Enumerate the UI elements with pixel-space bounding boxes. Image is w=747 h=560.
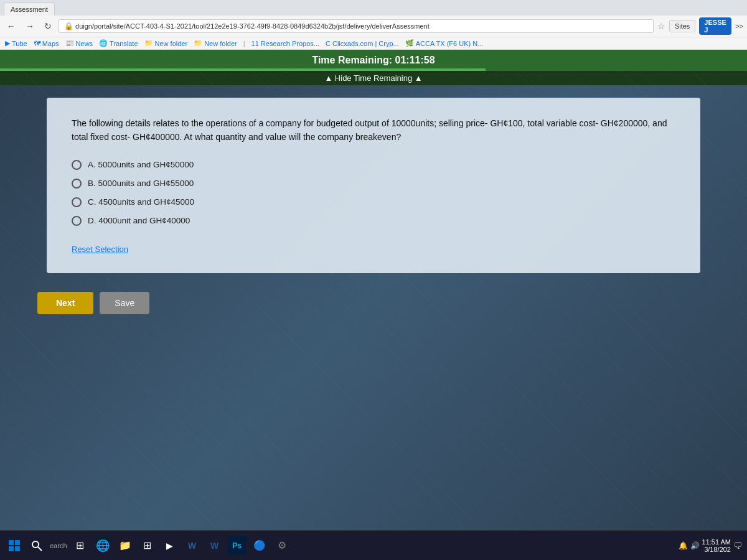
more-button[interactable]: >> — [735, 22, 743, 30]
option-a-label: A. 5000units and GH¢50000 — [88, 160, 194, 169]
browser-tab[interactable]: Assessment — [4, 2, 55, 16]
hide-time-button[interactable]: ▲ Hide Time Remaining ▲ — [0, 71, 747, 85]
acca-label: ACCA TX (F6 UK) N... — [416, 40, 484, 47]
option-a[interactable]: A. 5000units and GH¢50000 — [72, 160, 675, 170]
svg-rect-1 — [15, 540, 20, 545]
sites-button[interactable]: Sites — [669, 20, 695, 32]
folder1-icon: 📁 — [144, 39, 153, 47]
back-button[interactable]: ← — [4, 20, 19, 32]
bookmark-folder1[interactable]: 📁 New folder — [144, 39, 188, 47]
radio-b[interactable] — [72, 179, 82, 189]
radio-d[interactable] — [72, 216, 82, 226]
question-card: The following details relates to the ope… — [47, 98, 700, 273]
address-bar-container: ← → ↻ 🔒 duign/portal/site/ACCT-403-4-S1-… — [0, 16, 747, 37]
bookmark-star-icon[interactable]: ☆ — [657, 21, 665, 31]
save-button[interactable]: Save — [100, 292, 149, 314]
bottom-buttons: Next Save — [0, 292, 747, 314]
tab-bar: Assessment — [0, 0, 747, 16]
option-b[interactable]: B. 5000units and GH¢55000 — [72, 179, 675, 189]
notification-center-icon[interactable]: 🗨 — [733, 541, 742, 551]
word-icon[interactable]: W — [183, 536, 202, 555]
options-list: A. 5000units and GH¢50000 B. 5000units a… — [72, 160, 675, 226]
start-button[interactable] — [5, 536, 24, 555]
cortana-icon[interactable]: ⊞ — [71, 536, 90, 555]
bookmark-clicxads[interactable]: C Clicxads.com | Cryp... — [326, 40, 399, 47]
chrome-icon[interactable]: 🔵 — [250, 536, 269, 555]
svg-rect-2 — [9, 546, 14, 551]
tube-icon: ▶ — [5, 39, 10, 47]
main-content: Time Remaining: 01:11:58 ▲ Hide Time Rem… — [0, 50, 747, 541]
research-bookmark-label: 11 Research Propos... — [251, 40, 319, 47]
word2-icon[interactable]: W — [205, 536, 224, 555]
search-text[interactable]: earch — [50, 542, 67, 549]
svg-rect-0 — [9, 540, 14, 545]
separator: | — [243, 40, 245, 47]
clock-time: 11:51 AM — [702, 538, 731, 546]
time-remaining: Time Remaining: 01:11:58 — [12, 55, 735, 66]
acca-icon: 🌿 — [405, 39, 414, 47]
option-b-label: B. 5000units and GH¢55000 — [88, 179, 194, 188]
windows-icon — [8, 539, 21, 552]
svg-line-5 — [38, 547, 42, 551]
taskbar-notification-icon[interactable]: 🔔 — [679, 541, 688, 550]
bookmark-maps[interactable]: 🗺 Maps — [34, 40, 59, 47]
address-bar[interactable]: 🔒 duign/portal/site/ACCT-403-4-S1-2021/t… — [59, 19, 654, 33]
taskbar-clock: 11:51 AM 3/18/202 — [702, 538, 731, 553]
translate-icon: 🌐 — [99, 39, 108, 47]
browser-chrome: Assessment ← → ↻ 🔒 duign/portal/site/ACC… — [0, 0, 747, 50]
svg-point-4 — [32, 541, 39, 548]
question-text: The following details relates to the ope… — [72, 116, 675, 144]
reset-selection-link[interactable]: Reset Selection — [72, 245, 128, 254]
ps-icon[interactable]: Ps — [228, 536, 247, 555]
settings-icon[interactable]: ⚙ — [273, 536, 291, 555]
bookmark-folder2[interactable]: 📁 New folder — [194, 39, 237, 47]
media-icon[interactable]: ▶ — [161, 536, 179, 555]
reload-button[interactable]: ↻ — [41, 20, 55, 32]
search-icon[interactable] — [27, 536, 46, 555]
bookmark-acca[interactable]: 🌿 ACCA TX (F6 UK) N... — [405, 39, 484, 47]
folder2-icon: 📁 — [194, 39, 202, 47]
clock-date: 3/18/202 — [702, 546, 731, 553]
tab-label: Assessment — [11, 6, 48, 13]
taskbar: earch ⊞ 🌐 📁 ⊞ ▶ W W Ps 🔵 ⚙ 🔔 🔊 11:51 AM … — [0, 530, 747, 560]
bookmark-tube[interactable]: ▶ Tube — [5, 39, 27, 47]
clicxads-icon: C — [326, 40, 331, 47]
bookmark-translate[interactable]: 🌐 Translate — [99, 39, 138, 47]
option-d-label: D. 4000unit and GH¢40000 — [88, 216, 190, 225]
option-c[interactable]: C. 4500units and GH¢45000 — [72, 197, 675, 207]
bookmark-news[interactable]: 📰 News — [65, 39, 93, 47]
explorer-icon[interactable]: 📁 — [116, 536, 134, 555]
maps-icon: 🗺 — [34, 40, 40, 47]
apps-icon[interactable]: ⊞ — [138, 536, 157, 555]
taskbar-volume-icon[interactable]: 🔊 — [690, 541, 700, 550]
option-c-label: C. 4500units and GH¢45000 — [88, 197, 194, 207]
user-badge: JESSE J — [699, 17, 731, 35]
edge-icon[interactable]: 🌐 — [93, 536, 112, 555]
clicxads-label: Clicxads.com | Cryp... — [332, 40, 399, 47]
news-icon: 📰 — [65, 39, 74, 47]
timer-bar: Time Remaining: 01:11:58 — [0, 50, 747, 71]
lock-icon: 🔒 — [64, 22, 73, 30]
forward-button[interactable]: → — [22, 20, 37, 32]
next-button[interactable]: Next — [37, 292, 93, 314]
svg-rect-3 — [15, 546, 20, 551]
bookmarks-bar: ▶ Tube 🗺 Maps 📰 News 🌐 Translate 📁 New f… — [0, 37, 747, 50]
bookmark-research[interactable]: 11 Research Propos... — [251, 40, 319, 47]
radio-a[interactable] — [72, 160, 82, 170]
url-text: duign/portal/site/ACCT-403-4-S1-2021/too… — [75, 22, 430, 30]
radio-c[interactable] — [72, 197, 82, 207]
option-d[interactable]: D. 4000unit and GH¢40000 — [72, 216, 675, 226]
taskbar-right: 🔔 🔊 11:51 AM 3/18/202 🗨 — [679, 538, 742, 553]
